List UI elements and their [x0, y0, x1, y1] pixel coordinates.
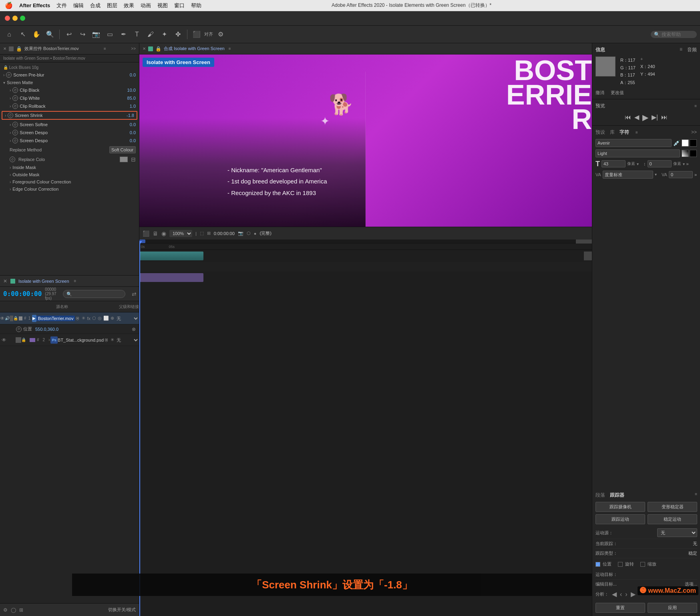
timeline-scrubber[interactable] — [139, 240, 592, 244]
comp-foot-btn-1[interactable]: ⬛ — [143, 230, 149, 237]
position-checkbox[interactable]: ✓ — [595, 562, 600, 567]
track-1-audio[interactable]: 🔊 — [5, 316, 10, 320]
analyze-back-icon[interactable]: ◀ — [612, 590, 617, 598]
apple-menu[interactable]: 🍎 — [5, 2, 13, 9]
screen-despo-2-toggle[interactable]: › — [10, 139, 11, 143]
playhead[interactable] — [139, 244, 140, 616]
track-camera-btn[interactable]: 跟踪摄像机 — [595, 502, 645, 512]
clip-rollback-item[interactable]: › ⏱ Clip Rollback 1.0 — [0, 102, 139, 110]
font-family-select[interactable]: Avenir — [595, 139, 672, 147]
timeline-foot-btn-2[interactable]: ◯ — [11, 607, 16, 613]
edit-target-btn[interactable]: 编辑目标... — [595, 581, 617, 587]
clip-white-item[interactable]: › ⏱ Clip White 85.0 — [0, 94, 139, 102]
track-2-parent-select[interactable]: 无 — [115, 337, 139, 343]
shape-tool[interactable]: ▭ — [104, 28, 116, 40]
search-bar[interactable]: 🔍 — [651, 31, 697, 38]
track-1-prop-7[interactable]: ⊕ — [111, 316, 114, 321]
fg-colour-arrow[interactable]: › — [10, 180, 11, 184]
panel-expand-icon[interactable]: >> — [131, 46, 136, 51]
clip-1-bar[interactable] — [139, 252, 203, 260]
clip-rollback-value[interactable]: 1.0 — [130, 104, 136, 109]
char-menu-icon[interactable]: ≡ — [636, 130, 638, 135]
inside-mask-arrow[interactable]: › — [10, 165, 11, 170]
track-1-parent-select[interactable]: 无 — [115, 316, 139, 321]
maximize-button[interactable] — [20, 16, 25, 21]
brush-tool[interactable]: 🖌 — [145, 28, 157, 40]
menu-compose[interactable]: 合成 — [90, 2, 101, 9]
style-swatch-black[interactable] — [690, 150, 697, 157]
track-2-color[interactable] — [30, 338, 35, 342]
timeline-tool-1[interactable]: ⇄ — [132, 291, 137, 297]
tracking-input[interactable] — [669, 171, 693, 178]
change-value-label[interactable]: 更改值 — [611, 90, 624, 96]
track-2-prop-1[interactable]: ⛨ — [105, 338, 109, 342]
track-1-lock[interactable]: 🔒 — [13, 316, 18, 320]
screen-softne-value[interactable]: 0.0 — [130, 122, 136, 127]
comp-menu-icon[interactable]: ≡ — [229, 46, 231, 51]
puppet-tool[interactable]: ✤ — [172, 28, 184, 40]
edge-colour-arrow[interactable]: › — [10, 187, 11, 191]
screen-pre-blur-toggle[interactable]: › — [3, 73, 4, 77]
zoom-tool[interactable]: 🔍 — [44, 28, 56, 40]
edge-colour-item[interactable]: › Edge Colour Correction — [0, 185, 139, 193]
timeline-foot-btn-1[interactable]: ⚙ — [3, 607, 8, 613]
panel-close-icon[interactable]: ✕ — [3, 46, 6, 51]
track-2-name[interactable]: BT_Stat...ckground.psd — [58, 338, 104, 342]
timeline-menu-icon[interactable]: ≡ — [74, 279, 76, 283]
search-input[interactable] — [662, 32, 694, 37]
comp-tab-label[interactable]: 合成 Isolate with Green Screen — [164, 46, 225, 52]
hand-tool[interactable]: ✋ — [30, 28, 42, 40]
outside-mask-arrow[interactable]: › — [10, 173, 11, 177]
screen-despo-2-item[interactable]: › ⏱ Screen Despo 0.0 — [0, 137, 139, 145]
composition-view[interactable]: 🐕 ✦ BOSTERRIER - Nickname: "American Gen… — [139, 54, 592, 227]
panel-menu-icon[interactable]: ≡ — [104, 46, 106, 51]
timecode-display[interactable]: 0:00:00:00 — [3, 290, 42, 298]
screen-pre-blur-value[interactable]: 0.0 — [130, 72, 136, 77]
comp-foot-icon-3[interactable]: ⬡ — [247, 231, 251, 236]
warp-stabilizer-btn[interactable]: 变形稳定器 — [648, 502, 697, 512]
fg-colour-item[interactable]: › Foreground Colour Correction — [0, 178, 139, 185]
screen-softne-item[interactable]: › ⏱ Screen Softne 0.0 — [0, 121, 139, 129]
font-swatch-white[interactable] — [682, 139, 689, 147]
timeline-switch-mode[interactable]: 切换开关/模式 — [108, 607, 136, 613]
style-swatch-gradient[interactable] — [682, 150, 689, 157]
tracker-menu-icon[interactable]: ≡ — [695, 492, 697, 499]
menu-edit[interactable]: 编辑 — [73, 2, 84, 9]
minimize-button[interactable] — [12, 16, 18, 21]
replace-color-eyedrop-icon[interactable]: ⊟ — [131, 156, 136, 163]
comp-lock-icon[interactable]: 🔒 — [155, 46, 161, 52]
font-eyedrop-icon[interactable]: 💉 — [673, 140, 680, 146]
font-size-dropdown[interactable]: ▾ — [637, 162, 639, 166]
timeline-foot-btn-3[interactable]: ⊞ — [19, 607, 23, 613]
tracker-tab-tracker[interactable]: 跟踪器 — [610, 492, 624, 499]
clip-black-toggle[interactable]: › — [10, 88, 11, 93]
preview-step-fwd-btn[interactable]: ▶| — [652, 113, 658, 121]
comp-foot-btn-2[interactable]: 🖥 — [153, 230, 158, 237]
timeline-close-icon[interactable]: ✕ — [3, 278, 7, 284]
comp-foot-icon-1[interactable]: ⬚ — [200, 231, 204, 236]
clip-white-value[interactable]: 85.0 — [127, 96, 136, 101]
lock-bluses-item[interactable]: 🔒 Lock Bluses 10g — [0, 64, 139, 71]
analyze-back-step-icon[interactable]: ‹ — [620, 591, 622, 598]
timeline-search-input[interactable] — [63, 290, 125, 298]
kerning-dropdown[interactable]: ▾ — [655, 172, 657, 177]
screen-despo-1-item[interactable]: › ⏱ Screen Despo 0.0 — [0, 129, 139, 137]
preview-go-end-btn[interactable]: ⏭ — [661, 114, 668, 121]
track-1-solo[interactable] — [10, 316, 14, 321]
redo-button[interactable]: ↪ — [76, 28, 89, 40]
track-motion-btn[interactable]: 跟踪运动 — [595, 514, 645, 524]
screen-despo-1-value[interactable]: 0.0 — [130, 130, 136, 135]
analyze-fwd-step-icon[interactable]: › — [625, 591, 627, 598]
menu-file[interactable]: 文件 — [56, 2, 67, 9]
track-2-lock[interactable]: 🔒 — [21, 338, 29, 342]
screen-shrink-item[interactable]: › ⏱ Screen Shrink -1.8 — [2, 111, 137, 120]
track-1-color[interactable] — [19, 316, 22, 320]
rotation-checkbox[interactable] — [618, 562, 623, 567]
screen-matte-header[interactable]: ▾ Screen Matte — [0, 79, 139, 86]
char-tab-presets[interactable]: 预设 — [595, 129, 605, 136]
close-button[interactable] — [5, 16, 10, 21]
info-menu-icon[interactable]: ≡ — [680, 46, 682, 53]
camera-tool[interactable]: 📷 — [90, 28, 102, 40]
preview-step-back-btn[interactable]: ◀ — [634, 113, 639, 121]
track-1-prop-5[interactable]: ◎ — [98, 316, 102, 321]
